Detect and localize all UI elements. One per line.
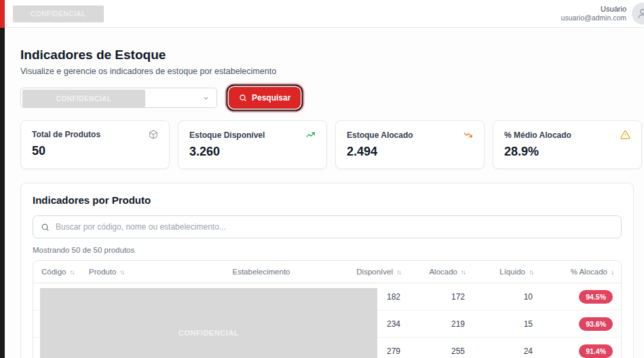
- pct-alocado-badge: 93.6%: [579, 317, 613, 331]
- kpi-label: Estoque Alocado: [347, 130, 413, 140]
- pct-alocado-badge: 91.4%: [579, 344, 613, 358]
- page-subtitle: Visualize e gerencie os indicadores de e…: [20, 67, 643, 76]
- col-header-disponivel[interactable]: Disponível↑↓: [329, 268, 400, 276]
- cell-pct-alocado: 94.5%: [533, 290, 613, 304]
- search-icon: [239, 94, 247, 102]
- cell-liquido: 15: [465, 319, 533, 329]
- col-header-pct-alocado[interactable]: % Alocado↓: [533, 268, 613, 276]
- product-search-box: [33, 215, 622, 238]
- sort-icon: ↓: [611, 268, 613, 276]
- pesquisar-button-label: Pesquisar: [252, 93, 290, 103]
- kpi-row: Total de Produtos 50 Estoque Disponível …: [20, 120, 643, 169]
- user-avatar-icon[interactable]: [632, 3, 644, 24]
- table-header-row: Código↑↓ Produto↑↓ Estabelecimento Dispo…: [33, 261, 621, 283]
- kpi-label: % Médio Alocado: [504, 130, 571, 140]
- kpi-card-estoque-alocado: Estoque Alocado 2.494: [335, 120, 485, 169]
- pct-alocado-badge: 94.5%: [579, 290, 613, 304]
- kpi-value: 2.494: [347, 145, 473, 159]
- kpi-card-pct-medio-alocado: % Médio Alocado 28.9%: [493, 120, 642, 169]
- page-title: Indicadores de Estoque: [20, 48, 643, 62]
- cell-pct-alocado: 93.6%: [533, 317, 613, 331]
- sidebar-edge: [0, 0, 5, 358]
- kpi-value: 50: [32, 144, 158, 158]
- topbar: CONFIDENCIAL Usuário usuario@admin.com: [5, 0, 644, 28]
- cell-pct-alocado: 91.4%: [533, 344, 613, 358]
- kpi-value: 3.260: [189, 145, 316, 159]
- establishment-select[interactable]: CONFIDENCIAL: [20, 88, 217, 108]
- trending-down-icon: [463, 130, 473, 140]
- product-search-input[interactable]: [56, 222, 613, 232]
- filter-row: CONFIDENCIAL Pesquisar: [20, 87, 643, 109]
- kpi-card-estoque-disponivel: Estoque Disponível 3.260: [178, 120, 327, 169]
- kpi-label: Total de Produtos: [32, 130, 100, 139]
- cell-liquido: 24: [465, 346, 533, 356]
- col-header-estabelecimento: Estabelecimento: [193, 268, 329, 276]
- table-confidential-overlay: CONFIDENCIAL: [40, 288, 377, 358]
- kpi-label: Estoque Disponível: [189, 130, 265, 140]
- confidential-badge: CONFIDENCIAL: [13, 5, 104, 22]
- cell-alocado: 255: [400, 346, 465, 356]
- confidential-overlay-label: CONFIDENCIAL: [178, 329, 239, 337]
- user-menu[interactable]: Usuário usuario@admin.com: [561, 3, 644, 24]
- chevron-down-icon: [202, 94, 210, 102]
- sort-icon: ↑↓: [69, 268, 73, 276]
- col-header-alocado[interactable]: Alocado↑↓: [400, 268, 465, 276]
- user-meta: Usuário usuario@admin.com: [561, 4, 626, 23]
- search-icon: [41, 223, 50, 232]
- trending-up-icon: [305, 130, 316, 140]
- showing-count-text: Mostrando 50 de 50 produtos: [33, 246, 622, 254]
- col-header-produto[interactable]: Produto↑↓: [89, 268, 193, 276]
- cell-alocado: 219: [400, 319, 465, 329]
- products-table: Código↑↓ Produto↑↓ Estabelecimento Dispo…: [33, 260, 622, 358]
- sidebar-logo-area: [0, 0, 5, 28]
- pesquisar-button[interactable]: Pesquisar: [229, 87, 301, 109]
- kpi-card-total-produtos: Total de Produtos 50: [20, 120, 170, 169]
- main-content: Indicadores de Estoque Visualize e geren…: [5, 29, 644, 358]
- kpi-value: 28.9%: [504, 145, 630, 159]
- user-email: usuario@admin.com: [561, 14, 626, 23]
- cell-liquido: 10: [465, 292, 533, 302]
- sort-icon: ↑↓: [119, 268, 124, 276]
- col-header-codigo[interactable]: Código↑↓: [41, 268, 89, 276]
- cell-alocado: 172: [400, 292, 465, 302]
- select-confidential-overlay: CONFIDENCIAL: [22, 90, 145, 107]
- products-section-title: Indicadores por Produto: [33, 194, 622, 206]
- package-icon: [149, 130, 158, 139]
- alert-triangle-icon: [620, 130, 630, 140]
- products-section: Indicadores por Produto Mostrando 50 de …: [20, 183, 634, 358]
- col-header-liquido[interactable]: Líquido↑↓: [465, 268, 533, 276]
- user-name: Usuário: [561, 4, 626, 14]
